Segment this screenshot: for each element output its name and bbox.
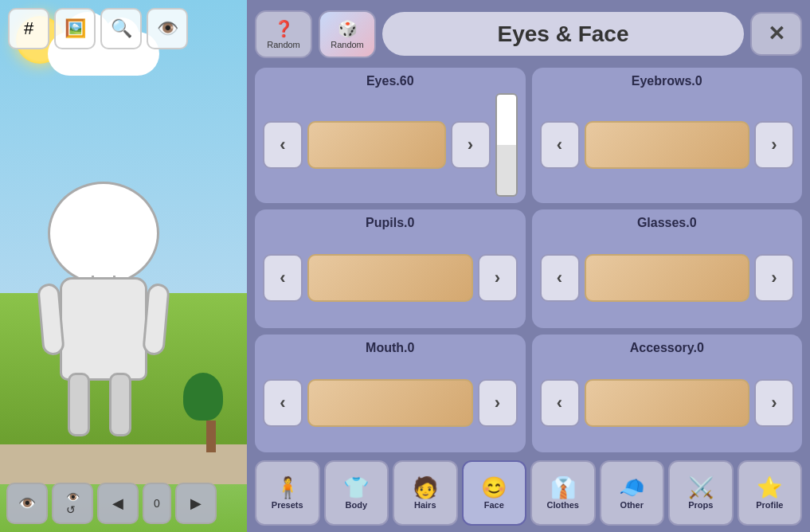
eye-toggle-icon: 👁️ — [18, 495, 36, 512]
eyebrows-prev-button[interactable]: ‹ — [540, 121, 580, 169]
mouth-next-button[interactable]: › — [478, 379, 518, 427]
char-head — [48, 182, 159, 285]
title-text: Eyes & Face — [498, 22, 629, 47]
eyes-preview — [307, 121, 446, 169]
profile-icon: ⭐ — [757, 477, 782, 498]
pupils-label: Pupils.0 — [263, 216, 518, 230]
eyebrows-controls: ‹ › — [540, 93, 795, 197]
dice-icon-1: ❓ — [274, 19, 294, 38]
pupils-prev-button[interactable]: ‹ — [263, 254, 303, 302]
zoom-icon: 🔍 — [111, 18, 132, 39]
eye-button[interactable]: 👁️ — [147, 8, 188, 49]
face-label: Face — [484, 500, 504, 510]
hairs-label: Hairs — [414, 500, 436, 510]
clothes-label: Clothes — [547, 500, 579, 510]
eye-refresh-button[interactable]: 👁️↺ — [52, 483, 93, 524]
eyes-controls: ‹ › — [263, 93, 518, 197]
pupils-next-button[interactable]: › — [478, 254, 518, 302]
eye-icon: 👁️ — [157, 18, 178, 39]
eyes-color-strip[interactable] — [495, 93, 518, 197]
tab-body[interactable]: 👕 Body — [324, 460, 389, 526]
accessory-label: Accessory.0 — [540, 341, 795, 355]
counter-display: 0 — [143, 483, 171, 524]
image-icon: 🖼️ — [65, 18, 86, 39]
hashtag-button[interactable]: # — [8, 8, 49, 49]
body-icon: 👕 — [343, 477, 369, 498]
random-button-2[interactable]: 🎲 Random — [319, 10, 376, 58]
pupils-card: Pupils.0 ‹ › — [255, 209, 526, 328]
presets-label: Presets — [272, 500, 303, 510]
prev-icon: ◀ — [112, 495, 123, 512]
props-icon: ⚔️ — [688, 477, 714, 498]
accessory-next-button[interactable]: › — [754, 379, 794, 427]
eyes-label: Eyes.60 — [263, 74, 518, 88]
mouth-preview — [307, 379, 473, 427]
glasses-prev-button[interactable]: ‹ — [540, 254, 580, 302]
random-button-1[interactable]: ❓ Random — [255, 10, 312, 58]
pupils-preview — [307, 254, 473, 302]
eye-refresh-icon: 👁️↺ — [66, 491, 80, 516]
tab-face[interactable]: 😊 Face — [462, 460, 527, 526]
dice-icon-2: 🎲 — [338, 19, 358, 38]
character — [32, 182, 175, 460]
mouth-prev-button[interactable]: ‹ — [263, 379, 303, 427]
glasses-controls: ‹ › — [540, 235, 795, 322]
next-icon: ▶ — [190, 495, 202, 512]
zoom-button[interactable]: 🔍 — [100, 8, 142, 49]
prev-button[interactable]: ◀ — [97, 483, 139, 524]
close-button[interactable]: ✕ — [750, 12, 802, 56]
other-icon: 🧢 — [619, 477, 644, 498]
char-leg-left — [68, 373, 90, 436]
glasses-label: Glasses.0 — [540, 216, 795, 230]
next-button[interactable]: ▶ — [175, 483, 217, 524]
eyebrows-card: Eyebrows.0 ‹ › — [532, 68, 803, 203]
tree — [198, 373, 223, 452]
mouth-label: Mouth.0 — [263, 341, 518, 355]
top-bar: ❓ Random 🎲 Random Eyes & Face ✕ — [255, 8, 802, 60]
bottom-left-toolbar: 👁️ 👁️↺ ◀ 0 ▶ — [6, 483, 217, 524]
random-label-1: Random — [267, 40, 300, 49]
glasses-preview — [585, 254, 750, 302]
profile-label: Profile — [756, 500, 783, 510]
accessory-controls: ‹ › — [540, 360, 795, 447]
tab-profile[interactable]: ⭐ Profile — [738, 460, 803, 526]
tab-props[interactable]: ⚔️ Props — [668, 460, 734, 526]
glasses-card: Glasses.0 ‹ › — [532, 209, 803, 328]
random-label-2: Random — [331, 40, 364, 49]
panel-title: Eyes & Face — [382, 12, 744, 56]
clothes-icon: 👔 — [550, 477, 576, 498]
hairs-icon: 🧑 — [413, 477, 438, 498]
char-leg-right — [109, 373, 131, 436]
body-label: Body — [346, 500, 368, 510]
tab-presets[interactable]: 🧍 Presets — [255, 460, 320, 526]
tree-top — [183, 373, 223, 421]
other-label: Other — [620, 500, 644, 510]
tab-hairs[interactable]: 🧑 Hairs — [393, 460, 458, 526]
accessory-prev-button[interactable]: ‹ — [540, 379, 580, 427]
accessory-card: Accessory.0 ‹ › — [532, 334, 803, 453]
counter-value: 0 — [154, 497, 160, 510]
presets-icon: 🧍 — [275, 477, 300, 498]
top-toolbar: # 🖼️ 🔍 👁️ — [8, 8, 188, 49]
eyes-card: Eyes.60 ‹ › — [255, 68, 526, 203]
char-body — [60, 277, 147, 381]
eyes-prev-button[interactable]: ‹ — [263, 121, 303, 169]
mouth-card: Mouth.0 ‹ › — [255, 334, 526, 453]
right-panel: ❓ Random 🎲 Random Eyes & Face ✕ Eyes.60 … — [247, 0, 810, 532]
color-strip-top — [497, 95, 516, 145]
face-icon: 😊 — [481, 477, 507, 498]
tab-other[interactable]: 🧢 Other — [600, 460, 665, 526]
eye-toggle-button[interactable]: 👁️ — [6, 483, 48, 524]
eyebrows-label: Eyebrows.0 — [540, 74, 795, 88]
close-icon: ✕ — [768, 22, 785, 46]
pupils-controls: ‹ › — [263, 235, 518, 322]
feature-grid: Eyes.60 ‹ › Eyebrows.0 ‹ › Pupils.0 — [255, 68, 802, 452]
tree-trunk — [206, 421, 216, 452]
eyes-next-button[interactable]: › — [451, 121, 491, 169]
tab-clothes[interactable]: 👔 Clothes — [530, 460, 596, 526]
mouth-controls: ‹ › — [263, 360, 518, 447]
glasses-next-button[interactable]: › — [754, 254, 794, 302]
image-button[interactable]: 🖼️ — [54, 8, 96, 49]
eyebrows-next-button[interactable]: › — [754, 121, 794, 169]
eyebrows-preview — [585, 121, 750, 169]
